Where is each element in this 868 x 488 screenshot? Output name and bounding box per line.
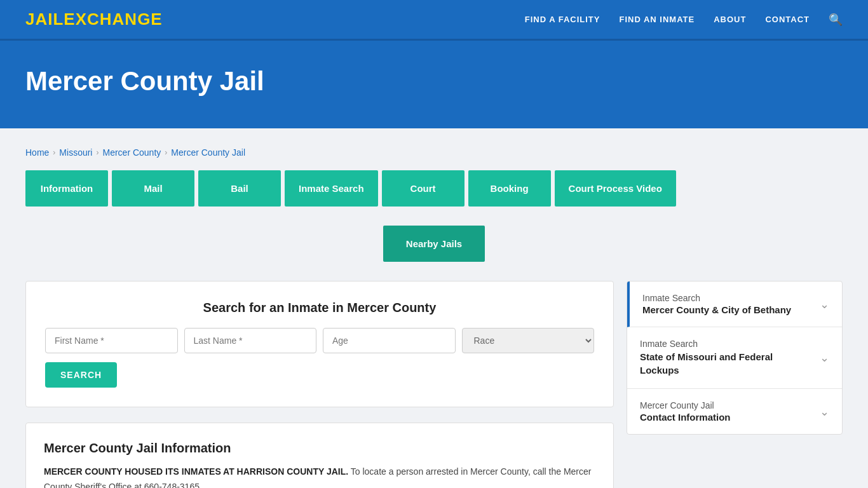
chevron-down-icon-1: ⌄ bbox=[820, 297, 829, 311]
info-body: MERCER COUNTY HOUSED ITS INMATES AT HARR… bbox=[44, 464, 595, 488]
first-name-input[interactable] bbox=[45, 328, 178, 353]
nav-contact[interactable]: CONTACT bbox=[765, 15, 810, 24]
site-logo[interactable]: JAILEXCHANGE bbox=[25, 10, 163, 29]
info-title: Mercer County Jail Information bbox=[44, 441, 595, 456]
sidebar-card: Inmate Search Mercer County & City of Be… bbox=[627, 281, 843, 435]
right-column: Inmate Search Mercer County & City of Be… bbox=[627, 281, 843, 435]
logo-part1: JAIL bbox=[25, 10, 64, 29]
search-button[interactable]: SEARCH bbox=[45, 362, 117, 388]
sidebar-item-mercer-subtitle: Mercer County & City of Bethany bbox=[642, 304, 791, 315]
sidebar-item-mo-subtitle: State of Missouri and Federal Lockups bbox=[640, 350, 813, 377]
logo-part2: EXCHANGE bbox=[64, 10, 162, 29]
sidebar-item-contact-subtitle: Contact Information bbox=[640, 412, 731, 423]
breadcrumb: Home › Missouri › Mercer County › Mercer… bbox=[25, 141, 843, 170]
search-title: Search for an Inmate in Mercer County bbox=[45, 301, 594, 315]
tab-inmate-search[interactable]: Inmate Search bbox=[285, 170, 378, 207]
nav-find-inmate[interactable]: FIND AN INMATE bbox=[619, 15, 695, 24]
tab-bail[interactable]: Bail bbox=[198, 170, 281, 207]
chevron-down-icon-2: ⌄ bbox=[820, 351, 829, 365]
sidebar-item-mo-title: Inmate Search bbox=[640, 339, 813, 349]
breadcrumb-mercer-county-jail[interactable]: Mercer County Jail bbox=[171, 147, 245, 158]
age-input[interactable] bbox=[323, 328, 456, 353]
info-box: Mercer County Jail Information MERCER CO… bbox=[25, 423, 614, 488]
breadcrumb-sep-3: › bbox=[165, 148, 167, 157]
tab-booking[interactable]: Booking bbox=[468, 170, 551, 207]
sidebar-item-contact-info[interactable]: Mercer County Jail Contact Information ⌄ bbox=[627, 389, 842, 434]
sidebar-item-inmate-search-mercer[interactable]: Inmate Search Mercer County & City of Be… bbox=[627, 281, 842, 327]
tab-information[interactable]: Information bbox=[25, 170, 108, 207]
site-header: JAILEXCHANGE FIND A FACILITY FIND AN INM… bbox=[0, 0, 868, 41]
hero-title: Mercer County Jail bbox=[25, 66, 843, 97]
main-wrapper: Home › Missouri › Mercer County › Mercer… bbox=[0, 128, 868, 488]
tab-mail[interactable]: Mail bbox=[112, 170, 194, 207]
breadcrumb-sep-2: › bbox=[96, 148, 98, 157]
sidebar-item-mercer-title: Inmate Search bbox=[642, 293, 791, 303]
tab-court[interactable]: Court bbox=[382, 170, 465, 207]
search-fields: Race White Black Hispanic Asian Other bbox=[45, 328, 594, 353]
tab-court-process-video[interactable]: Court Process Video bbox=[555, 170, 676, 207]
chevron-down-icon-3: ⌄ bbox=[820, 405, 829, 419]
hero-banner: Mercer County Jail bbox=[0, 41, 868, 128]
race-select[interactable]: Race White Black Hispanic Asian Other bbox=[462, 328, 595, 353]
breadcrumb-sep-1: › bbox=[53, 148, 55, 157]
sidebar-item-inmate-search-mo[interactable]: Inmate Search State of Missouri and Fede… bbox=[627, 327, 842, 389]
info-bold: MERCER COUNTY HOUSED ITS INMATES AT HARR… bbox=[44, 466, 348, 477]
breadcrumb-mercer-county[interactable]: Mercer County bbox=[102, 147, 161, 158]
header-search-button[interactable]: 🔍 bbox=[829, 13, 843, 27]
tab-nearby-jails[interactable]: Nearby Jails bbox=[383, 226, 485, 262]
sidebar-item-contact-title: Mercer County Jail bbox=[640, 400, 731, 410]
nav-find-facility[interactable]: FIND A FACILITY bbox=[525, 15, 600, 24]
inmate-search-box: Search for an Inmate in Mercer County Ra… bbox=[25, 281, 614, 407]
nav-about[interactable]: ABOUT bbox=[714, 15, 746, 24]
last-name-input[interactable] bbox=[184, 328, 317, 353]
breadcrumb-home[interactable]: Home bbox=[25, 147, 49, 158]
content-layout: Search for an Inmate in Mercer County Ra… bbox=[25, 281, 843, 488]
tabs-row-1: Information Mail Bail Inmate Search Cour… bbox=[25, 170, 843, 207]
breadcrumb-missouri[interactable]: Missouri bbox=[59, 147, 92, 158]
main-nav: FIND A FACILITY FIND AN INMATE ABOUT CON… bbox=[525, 13, 843, 27]
left-column: Search for an Inmate in Mercer County Ra… bbox=[25, 281, 614, 488]
